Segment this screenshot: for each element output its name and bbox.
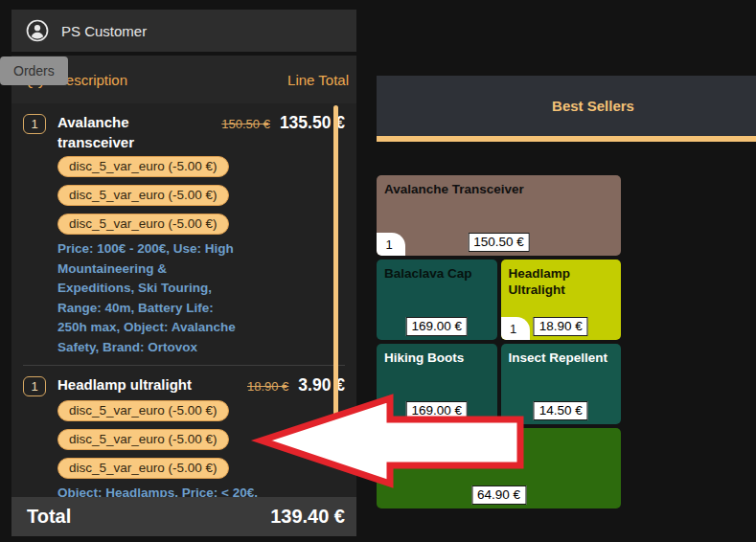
product-card[interactable]: Insect Repellent 14.50 € xyxy=(501,344,622,424)
product-card-name: Balaclava Cap xyxy=(377,260,497,287)
category-tab-best-sellers[interactable]: Best Sellers xyxy=(377,76,756,142)
product-card-name: Headlamp Ultralight xyxy=(501,260,622,304)
product-card[interactable]: Hiking Boots 169.00 € xyxy=(377,344,497,424)
line-attributes: Price: 100€ - 200€, Use: HighMountaineer… xyxy=(57,239,345,357)
line-qty-badge: 1 xyxy=(23,376,46,396)
line-qty-badge: 1 xyxy=(23,114,46,134)
total-label: Total xyxy=(27,506,71,528)
product-card-name: Avalanche Transceiver xyxy=(377,175,621,203)
product-price-tag: 14.50 € xyxy=(534,401,588,420)
line-product-name: Headlamp ultralight xyxy=(57,374,201,395)
product-card-name xyxy=(377,428,621,440)
discount-pill: disc_5_var_euro (-5.00 €) xyxy=(57,156,229,177)
discount-pill: disc_5_var_euro (-5.00 €) xyxy=(57,185,229,206)
pos-screen: PS Customer Qty Description Line Total 1… xyxy=(0,0,756,542)
cart-count-badge: 1 xyxy=(377,233,405,256)
line-old-price: 150.50 € xyxy=(221,117,270,131)
product-price-tag: 18.90 € xyxy=(534,317,588,336)
cart-count-badge: 1 xyxy=(501,317,530,340)
customer-name: PS Customer xyxy=(61,23,147,39)
product-card[interactable]: Avalanche Transceiver 1 150.50 € xyxy=(377,175,621,256)
order-panel: PS Customer Qty Description Line Total 1… xyxy=(11,10,356,536)
discount-pill: disc_5_var_euro (-5.00 €) xyxy=(57,400,229,421)
discount-pill: disc_5_var_euro (-5.00 €) xyxy=(57,214,229,235)
category-label: Best Sellers xyxy=(552,98,634,114)
product-card[interactable]: Headlamp Ultralight 1 18.90 € xyxy=(501,260,622,340)
line-old-price: 18.90 € xyxy=(247,379,288,394)
customer-icon xyxy=(25,18,50,43)
product-card[interactable]: Balaclava Cap 169.00 € xyxy=(377,260,497,340)
product-price-tag: 64.90 € xyxy=(471,486,526,505)
line-total-column-header: Line Total xyxy=(287,72,349,88)
total-amount: 139.40 € xyxy=(270,506,345,528)
product-card[interactable]: 64.90 € xyxy=(377,428,621,508)
order-line[interactable]: 1 Avalanche transceiver 150.50 € 135.50 … xyxy=(23,103,345,365)
discount-pill-list: disc_5_var_euro (-5.00 €)disc_5_var_euro… xyxy=(57,156,345,235)
product-grid: Avalanche Transceiver 1 150.50 € Balacla… xyxy=(377,175,621,508)
order-line-list: 1 Avalanche transceiver 150.50 € 135.50 … xyxy=(11,103,356,497)
product-price-tag: 150.50 € xyxy=(468,233,530,252)
product-card-name: Insect Repellent xyxy=(501,344,622,372)
product-price-tag: 169.00 € xyxy=(405,317,468,336)
product-card-name: Hiking Boots xyxy=(377,344,497,372)
product-price-tag: 169.00 € xyxy=(405,401,468,420)
order-line[interactable]: 1 Headlamp ultralight 18.90 € 3.90 € dis… xyxy=(23,365,345,497)
discount-pill: disc_5_var_euro (-5.00 €) xyxy=(57,429,229,450)
line-product-name: Avalanche transceiver xyxy=(57,112,201,152)
customer-button[interactable]: PS Customer xyxy=(11,10,356,52)
description-column-header: Description xyxy=(56,72,287,88)
discount-pill-list: disc_5_var_euro (-5.00 €)disc_5_var_euro… xyxy=(57,400,345,479)
line-attributes: Object: Headlamps, Price: < 20€, xyxy=(57,484,345,497)
order-list-scrollbar[interactable] xyxy=(333,105,338,426)
discount-pill: disc_5_var_euro (-5.00 €) xyxy=(57,458,229,479)
order-total-bar: Total 139.40 € xyxy=(11,497,356,536)
orders-tooltip: Orders xyxy=(0,56,68,85)
